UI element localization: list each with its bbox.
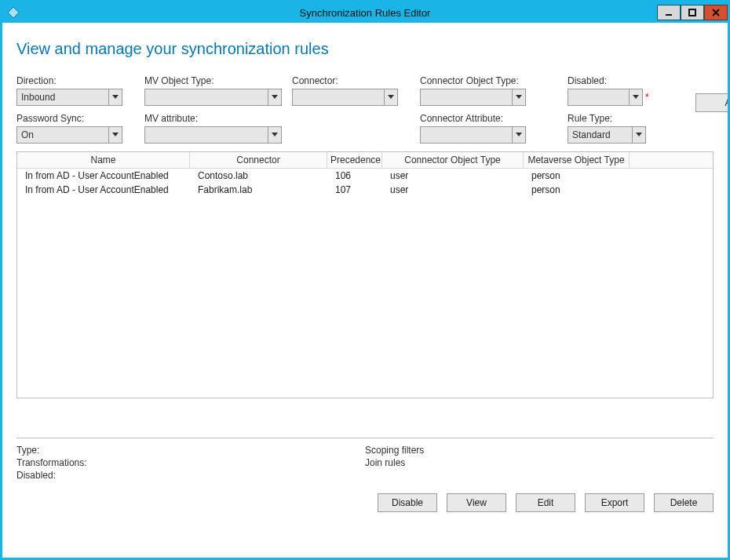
chevron-down-icon [512, 127, 525, 143]
mv-object-type-label: MV Object Type: [144, 75, 282, 86]
mv-object-type-select[interactable] [144, 89, 282, 106]
mv-attribute-select[interactable] [144, 126, 282, 144]
svg-marker-13 [636, 133, 642, 136]
app-icon [7, 6, 20, 19]
direction-label: Direction: [16, 75, 134, 86]
chevron-down-icon [108, 127, 122, 143]
listview-header: Name Connector Precedence Connector Obje… [17, 152, 713, 169]
detail-type-label: Type: [16, 445, 365, 456]
detail-transformations-label: Transformations: [16, 457, 365, 468]
table-row[interactable]: In from AD - User AccountEnabledContoso.… [17, 169, 713, 183]
cell-connector: Contoso.lab [190, 169, 327, 182]
connector-attribute-select[interactable] [420, 126, 526, 144]
page-title: View and manage your synchronization rul… [16, 40, 714, 58]
column-header-name[interactable]: Name [17, 152, 190, 168]
cell-connector-object-type: user [382, 169, 524, 182]
column-header-connector[interactable]: Connector [190, 152, 327, 168]
svg-marker-8 [516, 95, 522, 99]
svg-marker-6 [272, 95, 278, 99]
column-header-connector-object-type[interactable]: Connector Object Type [382, 152, 524, 168]
add-new-rule-button[interactable]: Add new rule [695, 93, 728, 112]
cell-metaverse-object-type: person [524, 169, 630, 182]
rules-listview[interactable]: Name Connector Precedence Connector Obje… [16, 151, 714, 398]
chevron-down-icon [268, 89, 281, 105]
filters-grid: Direction: MV Object Type: Connector: Co… [16, 75, 714, 144]
svg-marker-10 [112, 133, 119, 136]
disabled-select[interactable] [568, 89, 643, 106]
view-button[interactable]: View [447, 493, 506, 512]
content-area: View and manage your synchronization rul… [2, 23, 728, 558]
connector-object-type-label: Connector Object Type: [420, 75, 557, 86]
disabled-label: Disabled: [568, 75, 685, 86]
detail-join-rules-label: Join rules [365, 457, 714, 468]
detail-disabled-label: Disabled: [16, 470, 365, 481]
connector-label: Connector: [292, 75, 410, 86]
rule-type-label: Rule Type: [568, 113, 685, 124]
column-header-metaverse-object-type[interactable]: Metaverse Object Type [524, 152, 630, 168]
connector-select[interactable] [292, 89, 398, 106]
svg-marker-9 [633, 95, 639, 99]
direction-select[interactable]: Inbound [16, 89, 122, 106]
cell-name: In from AD - User AccountEnabled [17, 184, 190, 196]
password-sync-label: Password Sync: [16, 113, 134, 124]
svg-marker-7 [388, 95, 394, 99]
actions-bar: Disable View Edit Export Delete [16, 493, 714, 512]
connector-object-type-select[interactable] [420, 89, 526, 106]
rule-type-select[interactable]: Standard [568, 126, 646, 144]
chevron-down-icon [512, 89, 525, 105]
maximize-button[interactable] [681, 5, 704, 20]
window-title: Synchronization Rules Editor [2, 7, 728, 19]
svg-marker-12 [516, 133, 522, 136]
svg-marker-11 [272, 133, 278, 136]
svg-rect-1 [666, 14, 672, 16]
disable-button[interactable]: Disable [378, 493, 437, 512]
disabled-required-asterisk: * [645, 92, 649, 103]
titlebar: Synchronization Rules Editor [2, 2, 728, 23]
mv-attribute-label: MV attribute: [144, 113, 282, 124]
column-header-precedence[interactable]: Precedence [327, 152, 382, 168]
cell-name: In from AD - User AccountEnabled [17, 169, 190, 182]
cell-precedence: 106 [327, 169, 382, 182]
chevron-down-icon [384, 89, 397, 105]
connector-attribute-label: Connector Attribute: [420, 113, 557, 124]
svg-marker-5 [112, 95, 119, 99]
cell-metaverse-object-type: person [524, 184, 630, 196]
export-button[interactable]: Export [585, 493, 644, 512]
detail-scoping-filters-label: Scoping filters [365, 445, 714, 456]
chevron-down-icon [108, 89, 122, 105]
cell-precedence: 107 [327, 184, 382, 196]
chevron-down-icon [629, 89, 642, 105]
cell-connector: Fabrikam.lab [190, 184, 327, 196]
table-row[interactable]: In from AD - User AccountEnabledFabrikam… [17, 183, 713, 197]
chevron-down-icon [268, 127, 281, 143]
password-sync-select[interactable]: On [16, 126, 122, 144]
edit-button[interactable]: Edit [516, 493, 575, 512]
delete-button[interactable]: Delete [654, 493, 714, 512]
chevron-down-icon [632, 127, 645, 143]
details-panel: Type: Scoping filters Transformations: J… [16, 438, 714, 481]
svg-rect-2 [689, 9, 695, 16]
cell-connector-object-type: user [382, 184, 524, 196]
close-button[interactable] [704, 5, 728, 20]
minimize-button[interactable] [657, 5, 681, 20]
svg-marker-0 [8, 7, 19, 18]
